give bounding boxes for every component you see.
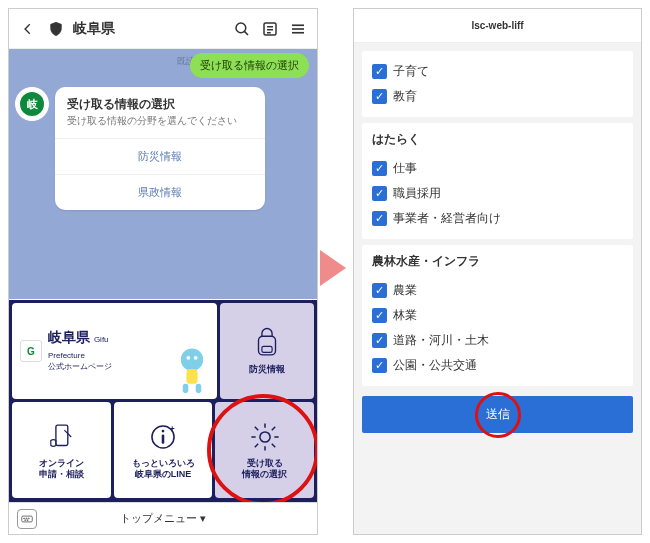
svg-point-35 — [28, 518, 29, 519]
cell-label: オンライン 申請・相談 — [39, 458, 84, 481]
svg-point-11 — [194, 356, 198, 360]
footer-label: トップメニュー ▾ — [120, 511, 206, 526]
card-desc: 受け取る情報の分野を選んでください — [55, 114, 265, 138]
logo-icon: G — [20, 340, 42, 362]
checkbox-label: 公園・公共交通 — [393, 358, 477, 373]
keyboard-icon[interactable] — [17, 509, 37, 529]
footer-bar[interactable]: トップメニュー ▾ — [9, 502, 317, 534]
svg-rect-16 — [262, 347, 272, 353]
checkbox-checked-icon[interactable]: ✓ — [372, 283, 387, 298]
svg-point-34 — [26, 518, 27, 519]
svg-text:+: + — [170, 424, 175, 434]
rich-menu-cell-bosai[interactable]: 防災情報 — [220, 303, 314, 399]
checkbox-label: 子育て — [393, 64, 429, 79]
avatar-badge: 岐 — [20, 92, 44, 116]
section-top: ✓ 子育て ✓ 教育 — [362, 51, 633, 117]
list-icon[interactable] — [259, 18, 281, 40]
svg-point-23 — [260, 432, 270, 442]
rich-menu: G 岐阜県 Gifu Prefecture 公式ホームページ — [9, 300, 317, 502]
checkbox-row[interactable]: ✓ 農業 — [372, 278, 623, 303]
checkbox-label: 事業者・経営者向け — [393, 211, 501, 226]
backpack-icon — [250, 326, 284, 360]
phone-hand-icon — [44, 420, 78, 454]
checkbox-checked-icon[interactable]: ✓ — [372, 358, 387, 373]
submit-label: 送信 — [486, 407, 510, 421]
checkbox-label: 教育 — [393, 89, 417, 104]
checkbox-label: 仕事 — [393, 161, 417, 176]
svg-rect-21 — [162, 434, 165, 443]
hero-sub: 公式ホームページ — [48, 361, 112, 372]
svg-point-37 — [27, 520, 28, 521]
section-infra: 農林水産・インフラ ✓ 農業 ✓ 林業 ✓ 道路・河川・土木 ✓ 公園・公共交通 — [362, 245, 633, 386]
chat-area: 既読 受け取る情報の選択 岐 受け取る情報の選択 受け取る情報の分野を選んでくだ… — [9, 49, 317, 299]
rich-menu-cell-online[interactable]: オンライン 申請・相談 — [12, 402, 111, 498]
checkbox-row[interactable]: ✓ 教育 — [372, 84, 623, 109]
user-bubble: 受け取る情報の選択 — [190, 53, 309, 78]
svg-point-36 — [25, 520, 26, 521]
checkbox-label: 林業 — [393, 308, 417, 323]
checkbox-row[interactable]: ✓ 道路・河川・土木 — [372, 328, 623, 353]
checkbox-row[interactable]: ✓ 公園・公共交通 — [372, 353, 623, 378]
checkbox-row[interactable]: ✓ 林業 — [372, 303, 623, 328]
checkbox-label: 職員採用 — [393, 186, 441, 201]
reply-card: 受け取る情報の選択 受け取る情報の分野を選んでください 防災情報 県政情報 — [55, 87, 265, 210]
svg-line-30 — [271, 427, 274, 430]
svg-rect-12 — [186, 369, 197, 384]
svg-line-1 — [244, 31, 248, 35]
gear-icon — [248, 420, 282, 454]
info-icon: + — [146, 420, 180, 454]
mascot-icon — [173, 343, 211, 395]
rich-menu-cell-more[interactable]: + もっといろいろ 岐阜県のLINE — [114, 402, 213, 498]
card-title: 受け取る情報の選択 — [55, 87, 265, 114]
checkbox-checked-icon[interactable]: ✓ — [372, 333, 387, 348]
rich-menu-hero[interactable]: G 岐阜県 Gifu Prefecture 公式ホームページ — [12, 303, 217, 399]
shield-icon — [45, 18, 67, 40]
back-icon[interactable] — [17, 18, 39, 40]
checkbox-checked-icon[interactable]: ✓ — [372, 186, 387, 201]
checkbox-label: 農業 — [393, 283, 417, 298]
svg-rect-13 — [182, 384, 188, 393]
chat-title: 岐阜県 — [73, 20, 225, 38]
avatar: 岐 — [15, 87, 49, 121]
checkbox-label: 道路・河川・土木 — [393, 333, 489, 348]
svg-line-29 — [271, 444, 274, 447]
rich-menu-cell-select[interactable]: 受け取る 情報の選択 — [215, 402, 314, 498]
phone-left: 岐阜県 既読 受け取る情報の選択 岐 受け取る情報の選択 受け取る情報の分野を選… — [8, 8, 318, 535]
svg-point-10 — [186, 356, 190, 360]
checkbox-checked-icon[interactable]: ✓ — [372, 308, 387, 323]
checkbox-row[interactable]: ✓ 事業者・経営者向け — [372, 206, 623, 231]
cell-label: 防災情報 — [249, 364, 285, 375]
liff-body: ✓ 子育て ✓ 教育 はたらく ✓ 仕事 ✓ 職員採用 ✓ 事業者・経営者向け — [354, 43, 641, 534]
section-title: はたらく — [372, 131, 623, 148]
checkbox-row[interactable]: ✓ 子育て — [372, 59, 623, 84]
checkbox-checked-icon[interactable]: ✓ — [372, 211, 387, 226]
svg-point-20 — [162, 429, 165, 432]
svg-point-33 — [24, 518, 25, 519]
chat-header: 岐阜県 — [9, 9, 317, 49]
checkbox-row[interactable]: ✓ 仕事 — [372, 156, 623, 181]
checkbox-row[interactable]: ✓ 職員採用 — [372, 181, 623, 206]
card-button[interactable]: 防災情報 — [55, 138, 265, 174]
submit-wrap: 送信 — [362, 396, 633, 433]
checkbox-checked-icon[interactable]: ✓ — [372, 89, 387, 104]
section-title: 農林水産・インフラ — [372, 253, 623, 270]
checkbox-checked-icon[interactable]: ✓ — [372, 64, 387, 79]
phone-right: lsc-web-liff ✓ 子育て ✓ 教育 はたらく ✓ 仕事 ✓ 職員採用 — [353, 8, 642, 535]
svg-point-9 — [181, 349, 203, 371]
cell-label: もっといろいろ 岐阜県のLINE — [132, 458, 195, 481]
card-button[interactable]: 県政情報 — [55, 174, 265, 210]
hero-title: 岐阜県 — [48, 329, 90, 345]
cell-label: 受け取る 情報の選択 — [242, 458, 287, 481]
menu-icon[interactable] — [287, 18, 309, 40]
arrow-icon — [320, 250, 346, 286]
svg-line-28 — [254, 427, 257, 430]
checkbox-checked-icon[interactable]: ✓ — [372, 161, 387, 176]
submit-button[interactable]: 送信 — [362, 396, 633, 433]
section-work: はたらく ✓ 仕事 ✓ 職員採用 ✓ 事業者・経営者向け — [362, 123, 633, 239]
liff-header: lsc-web-liff — [354, 9, 641, 43]
search-icon[interactable] — [231, 18, 253, 40]
svg-rect-17 — [56, 425, 68, 445]
svg-point-0 — [236, 23, 246, 33]
svg-line-31 — [254, 444, 257, 447]
svg-rect-14 — [195, 384, 201, 393]
